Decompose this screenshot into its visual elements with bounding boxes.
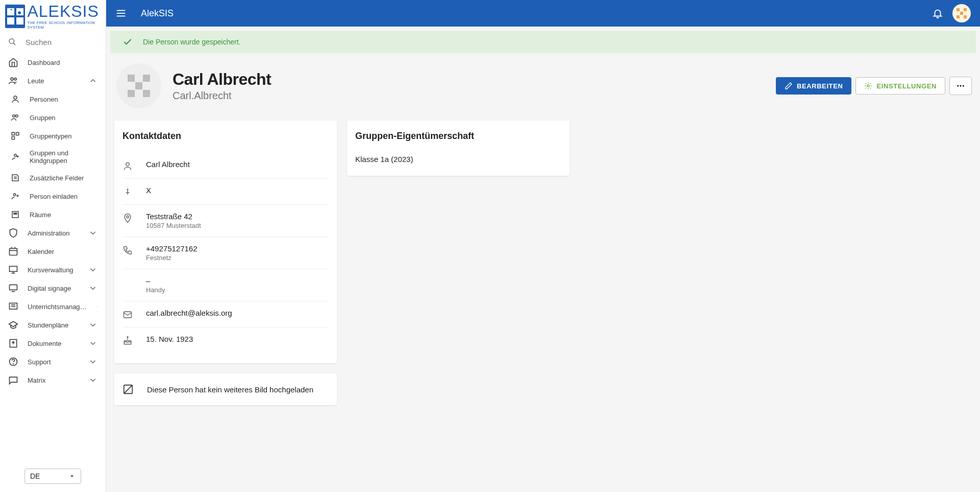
svg-point-14 [14, 154, 17, 157]
chevron-down-icon [88, 376, 97, 385]
groups-icon [11, 113, 20, 122]
nav-rooms[interactable]: Räume [0, 205, 106, 224]
calendar-icon [8, 246, 18, 256]
language-value: DE [30, 472, 40, 480]
nav-matrix[interactable]: Matrix [0, 371, 106, 389]
menu-toggle[interactable] [115, 8, 127, 19]
person-icon [11, 95, 20, 104]
chevron-down-icon [88, 320, 97, 330]
nav-label: Gruppen und Kindgruppen [30, 149, 97, 165]
user-avatar[interactable] [952, 4, 971, 22]
shield-icon [8, 228, 18, 238]
svg-point-55 [957, 85, 959, 87]
svg-point-59 [127, 189, 128, 190]
svg-point-8 [14, 96, 17, 99]
nav-people[interactable]: Leute [0, 72, 106, 90]
svg-rect-45 [964, 8, 967, 11]
nav-timetables[interactable]: Stundenpläne [0, 316, 106, 334]
contact-city: 10587 Musterstadt [146, 222, 329, 229]
chevron-up-icon [88, 76, 97, 85]
fields-icon [11, 173, 20, 182]
svg-rect-49 [128, 75, 135, 82]
nav-label: Stundenpläne [28, 321, 79, 329]
success-alert: Die Person wurde gespeichert. [110, 31, 976, 53]
logo-subtitle: THE FREE SCHOOL INFORMATION SYSTEM [27, 20, 101, 30]
svg-rect-24 [16, 213, 17, 214]
nav-label: Support [28, 358, 79, 366]
svg-rect-46 [960, 12, 963, 15]
svg-point-4 [9, 39, 14, 43]
svg-rect-3 [16, 17, 23, 25]
chevron-down-icon [88, 228, 97, 238]
logo[interactable]: ALEKSIS THE FREE SCHOOL INFORMATION SYST… [0, 0, 106, 33]
svg-line-5 [13, 43, 15, 45]
chevron-down-icon [88, 339, 97, 348]
chat-icon [8, 375, 18, 385]
svg-line-68 [124, 385, 133, 394]
search-input[interactable] [26, 38, 97, 46]
location-icon [122, 213, 133, 223]
svg-point-54 [867, 85, 869, 87]
settings-button[interactable]: EINSTELLUNGEN [855, 77, 945, 95]
nav-groups-child[interactable]: Gruppen und Kindgruppen [0, 145, 106, 169]
nav-documents[interactable]: Dokumente [0, 334, 106, 353]
contact-mobile-label: Handy [146, 286, 329, 294]
search-row[interactable] [0, 33, 106, 51]
logo-icon [6, 7, 24, 26]
school-icon [8, 320, 18, 330]
svg-rect-50 [143, 75, 150, 82]
svg-point-62 [127, 216, 129, 218]
no-image-message: Diese Person hat kein weiteres Bild hoch… [147, 385, 313, 394]
svg-rect-47 [957, 15, 960, 18]
home-icon [8, 57, 18, 67]
person-icon [122, 161, 133, 171]
person-avatar [114, 61, 163, 110]
avatar-placeholder-icon [125, 72, 153, 100]
nav-invite[interactable]: Person einladen [0, 187, 106, 205]
nav-digital-signage[interactable]: Digital signage [0, 279, 106, 297]
svg-rect-12 [16, 132, 19, 135]
nav-label: Administration [28, 229, 79, 237]
nav-lesson-mgmt[interactable]: Unterrichtsmanag… [0, 297, 106, 316]
nav-course-mgmt[interactable]: Kursverwaltung [0, 261, 106, 279]
monitor-icon [8, 283, 18, 293]
contact-name-row: Carl Albrecht [122, 153, 329, 179]
svg-rect-48 [964, 15, 967, 18]
contact-email-row: carl.albrecht@aleksis.org [122, 301, 329, 327]
notifications-button[interactable] [932, 8, 943, 19]
logo-title: ALEKSIS [27, 3, 101, 19]
edit-label: BEARBEITEN [797, 82, 843, 90]
nav-support[interactable]: Support [0, 353, 106, 371]
alert-message: Die Person wurde gespeichert. [143, 38, 240, 46]
nav-grouptypes[interactable]: Gruppentypen [0, 127, 106, 145]
svg-point-7 [14, 78, 16, 80]
nav-groups[interactable]: Gruppen [0, 108, 106, 127]
edit-button[interactable]: BEARBEITEN [776, 77, 852, 95]
language-select[interactable]: DE [24, 468, 81, 484]
nav-label: Unterrichtsmanag… [28, 303, 87, 311]
dropdown-icon [68, 473, 76, 480]
phone-icon [122, 245, 133, 255]
group-item[interactable]: Klasse 1a (2023) [355, 153, 561, 166]
svg-rect-52 [128, 90, 135, 97]
nav-calendar[interactable]: Kalender [0, 242, 106, 261]
svg-rect-61 [126, 192, 130, 193]
nav-dashboard[interactable]: Dashboard [0, 53, 106, 72]
contact-address-row: Teststraße 42 10587 Musterstadt [122, 205, 329, 237]
help-icon [8, 357, 18, 367]
chevron-down-icon [88, 357, 97, 366]
room-icon [11, 210, 20, 219]
nav-persons[interactable]: Personen [0, 90, 106, 108]
svg-point-10 [16, 115, 18, 118]
nav-label: Gruppen [30, 114, 97, 122]
nav-extra-fields[interactable]: Zusätzliche Felder [0, 169, 106, 187]
nav-admin[interactable]: Administration [0, 224, 106, 242]
cake-icon [122, 336, 133, 346]
svg-rect-53 [143, 90, 150, 97]
svg-point-57 [963, 85, 964, 87]
svg-rect-44 [957, 8, 960, 11]
more-button[interactable] [949, 77, 972, 95]
group-ownership-title: Gruppen-Eigentümerschaft [355, 131, 561, 142]
contact-phone: +49275127162 [146, 244, 329, 253]
contact-card: Kontaktdaten Carl Albrecht X Teststraße … [114, 121, 337, 363]
